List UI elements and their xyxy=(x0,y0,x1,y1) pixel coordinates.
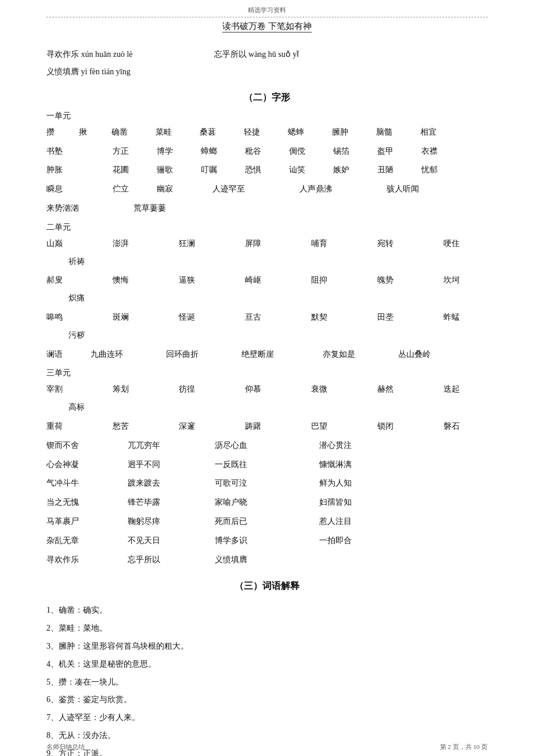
top-dashed-line xyxy=(46,17,488,17)
u1r1c7: 蟋蟀 xyxy=(288,124,332,142)
intro-line1-right: 忘乎所以 wàng hū suǒ yǐ xyxy=(214,46,300,64)
intro-line1-left: 寻欢作乐 xún huān zuò lè xyxy=(46,46,133,64)
u1r1c6: 轻捷 xyxy=(244,124,288,142)
u1r4c2: 伫立 xyxy=(113,180,157,198)
u1r5c2: 荒草萋萋 xyxy=(134,200,197,218)
u1r2c7: 锡箔 xyxy=(333,143,377,161)
u1r1c2: 揪 xyxy=(79,124,111,142)
u1r5c1: 来势汹汹 xyxy=(46,200,110,218)
vocab-item-1: 1、确凿：确实。 xyxy=(46,602,488,620)
u1r1c8: 臃肿 xyxy=(332,124,376,142)
vocab-item-2: 2、菜畦：菜地。 xyxy=(46,620,488,638)
vocab-item-5: 5、攒：凑在一块儿。 xyxy=(46,674,488,692)
u1r3c2: 花圃 xyxy=(113,161,157,179)
u1r3c6: 讪笑 xyxy=(289,161,333,179)
vocab-section: 1、确凿：确实。 2、菜畦：菜地。 3、臃肿：这里形容何首乌块根的粗大。 4、机… xyxy=(46,602,488,756)
u1r2c6: 倜傥 xyxy=(289,143,333,161)
u1r2c2: 方正 xyxy=(113,143,157,161)
u1r1c1: 攒 xyxy=(46,124,79,142)
u1r4c3: 幽寂 xyxy=(157,180,212,198)
footer-right: 第 2 页，共 10 页 xyxy=(440,743,488,751)
u1r4c6: 骇人听闻 xyxy=(387,180,450,198)
footer: 名师归纳总结 第 2 页，共 10 页 xyxy=(46,743,488,751)
u1r2c8: 盔甲 xyxy=(377,143,421,161)
u1r2c5: 秕谷 xyxy=(245,143,289,161)
unit1-label: 一单元 xyxy=(46,111,488,121)
u1r4c1: 瞬息 xyxy=(46,180,91,198)
unit3-content: 宰割 筹划 彷徨 仰慕 衰微 赫然 迭起 高标 重荷 愁苦 深邃 踌躇 巴望 锁… xyxy=(46,381,488,569)
u1r2c3: 博学 xyxy=(157,143,201,161)
section2-heading: （二）字形 xyxy=(46,92,488,104)
vocab-item-7: 7、人迹罕至：少有人来。 xyxy=(46,709,488,727)
vocab-item-6: 6、鉴赏：鉴定与欣赏。 xyxy=(46,691,488,709)
u1r3c8: 丑陋 xyxy=(377,161,421,179)
unit2-label: 二单元 xyxy=(46,222,488,233)
u1r4c5: 人声鼎沸 xyxy=(300,180,363,198)
vocab-item-3: 3、臃肿：这里形容何首乌块根的粗大。 xyxy=(46,638,488,656)
vocab-item-4: 4、机关：这里是秘密的意思。 xyxy=(46,656,488,674)
u1r1c4: 菜畦 xyxy=(156,124,200,142)
u1r3c9: 忧郁 xyxy=(421,161,466,179)
title-banner: 读书破万卷 下笔如有神 xyxy=(46,21,488,32)
unit2-content: 山巅 澎湃 狂澜 屏障 哺育 宛转 哽住 祈祷 郝叟 懊悔 逼狭 崎岖 阻抑 魄… xyxy=(46,235,488,364)
u1r3c1: 肿胀 xyxy=(46,161,91,179)
u1r1c5: 桑葚 xyxy=(200,124,244,142)
u1r1c3: 确凿 xyxy=(111,124,156,142)
u1r3c3: 骊歌 xyxy=(157,161,201,179)
u1r3c4: 叮嘱 xyxy=(201,161,245,179)
footer-left: 名师归纳总结 xyxy=(46,743,85,751)
unit1-content: 攒 揪 确凿 菜畦 桑葚 轻捷 蟋蟀 臃肿 脑髓 相宜 书塾 方正 博学 蟑螂 … xyxy=(46,124,488,218)
unit3-label: 三单元 xyxy=(46,368,488,378)
u1r2c9: 衣襟 xyxy=(421,143,466,161)
u1r1c10: 相宜 xyxy=(420,124,464,142)
u1r4c4: 人迹罕至 xyxy=(212,180,276,198)
u1r3c5: 恐惧 xyxy=(245,161,289,179)
u1r2c4: 蟑螂 xyxy=(201,143,245,161)
intro-section: 寻欢作乐 xún huān zuò lè 忘乎所以 wàng hū suǒ yǐ… xyxy=(46,46,488,80)
u1r1c9: 脑髓 xyxy=(376,124,420,142)
u1r3c7: 嫉妒 xyxy=(333,161,377,179)
section3-heading: （三）词语解释 xyxy=(46,580,488,592)
top-header: 精选学习资料 xyxy=(46,6,488,15)
intro-line2: 义愤填膺 yì fèn tián yīng xyxy=(46,67,131,76)
u1r2c1: 书塾 xyxy=(46,143,91,161)
